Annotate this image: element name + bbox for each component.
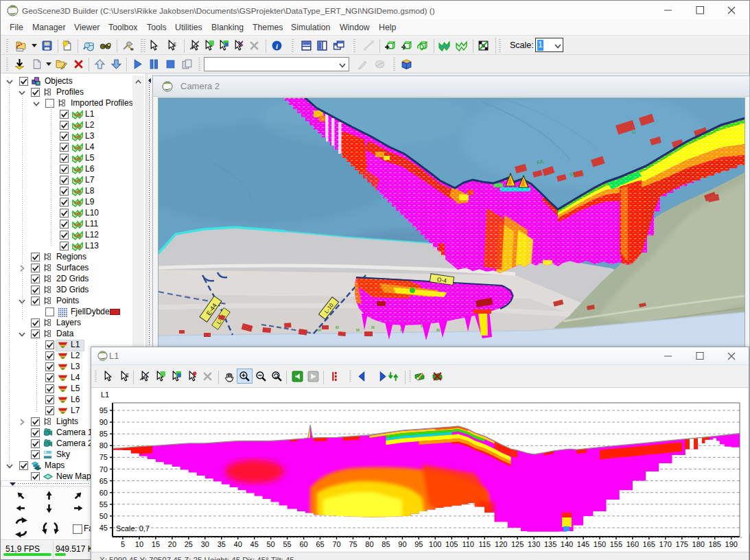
svg-text:140: 140: [561, 540, 573, 548]
svg-text:95: 95: [414, 540, 423, 548]
svg-text:35: 35: [218, 540, 226, 548]
svg-text:75: 75: [99, 453, 108, 461]
svg-text:150: 150: [594, 540, 606, 548]
svg-text:115: 115: [478, 540, 491, 548]
svg-text:E: E: [174, 41, 176, 46]
svg-text:U: U: [632, 130, 635, 135]
svg-text:45: 45: [99, 524, 108, 532]
svg-text:L1: L1: [101, 390, 109, 399]
svg-text:85: 85: [99, 430, 108, 438]
svg-text:20: 20: [168, 540, 176, 548]
svg-text:5: 5: [121, 540, 125, 548]
svg-text:95: 95: [99, 406, 108, 415]
svg-text:165: 165: [643, 540, 655, 548]
svg-text:55: 55: [283, 540, 291, 548]
svg-text:45: 45: [250, 540, 259, 548]
svg-text:75: 75: [349, 540, 357, 548]
svg-text:70: 70: [332, 540, 340, 548]
svg-text:30: 30: [201, 540, 209, 548]
svg-text:160: 160: [626, 540, 639, 548]
svg-text:Scale: 0,7: Scale: 0,7: [116, 524, 150, 533]
svg-text:70: 70: [99, 465, 108, 474]
svg-text:175: 175: [676, 540, 688, 548]
svg-text:15: 15: [152, 540, 160, 548]
svg-text:145: 145: [577, 540, 589, 548]
svg-text:E: E: [126, 372, 129, 377]
svg-text:40: 40: [234, 540, 242, 548]
svg-text:60: 60: [299, 540, 307, 548]
svg-text:65: 65: [99, 477, 108, 485]
svg-text:120: 120: [495, 540, 507, 548]
svg-text:60: 60: [99, 489, 108, 497]
svg-text:65: 65: [316, 540, 324, 548]
svg-text:170: 170: [659, 540, 672, 548]
svg-text:125: 125: [511, 540, 524, 548]
svg-text:180: 180: [692, 540, 705, 548]
svg-text:135: 135: [544, 540, 556, 548]
svg-text:185: 185: [709, 540, 721, 548]
svg-text:80: 80: [99, 441, 108, 450]
svg-text:55: 55: [99, 500, 108, 509]
svg-text:90: 90: [99, 418, 108, 426]
svg-text:25: 25: [185, 540, 193, 548]
svg-text:90: 90: [398, 540, 406, 548]
svg-text:50: 50: [99, 512, 108, 520]
svg-text:10: 10: [135, 540, 143, 548]
svg-text:155: 155: [610, 540, 622, 548]
svg-text:80: 80: [365, 540, 373, 548]
svg-text:50: 50: [266, 540, 274, 548]
svg-text:130: 130: [528, 540, 540, 548]
svg-text:110: 110: [462, 540, 474, 548]
svg-text:105: 105: [445, 540, 458, 548]
svg-text:100: 100: [429, 540, 441, 548]
svg-text:190: 190: [725, 540, 738, 548]
svg-text:85: 85: [382, 540, 390, 548]
svg-text:O-4: O-4: [436, 276, 447, 284]
